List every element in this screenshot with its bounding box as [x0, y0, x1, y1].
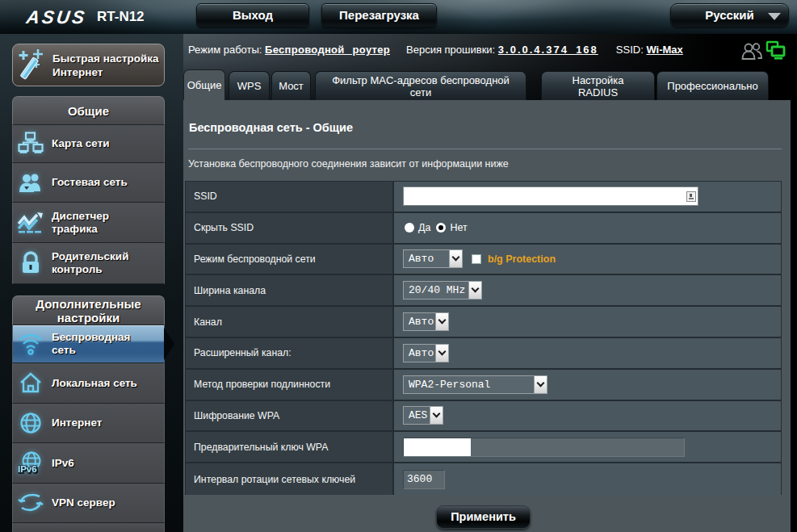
svg-text:IPv6: IPv6 [18, 464, 37, 474]
